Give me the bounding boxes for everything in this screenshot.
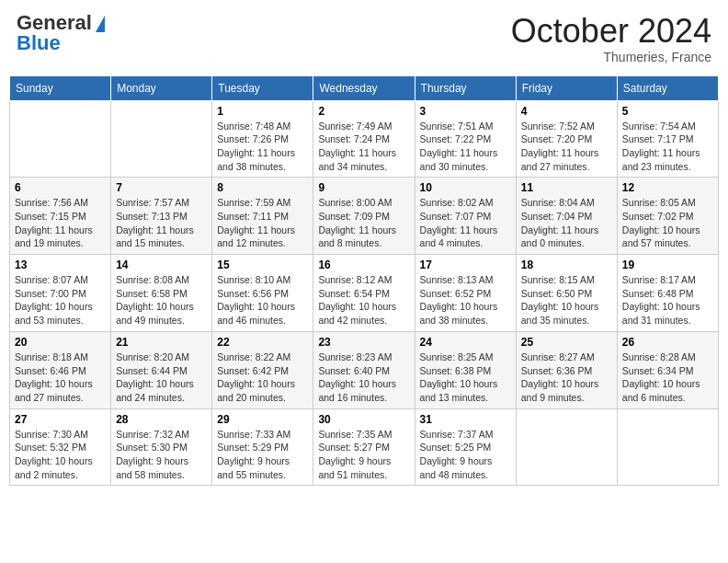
calendar-cell: 7Sunrise: 7:57 AMSunset: 7:13 PMDaylight…	[111, 178, 212, 255]
weekday-header-tuesday: Tuesday	[212, 75, 313, 100]
day-info: Sunrise: 8:08 AMSunset: 6:58 PMDaylight:…	[116, 273, 207, 327]
calendar-cell: 27Sunrise: 7:30 AMSunset: 5:32 PMDayligh…	[10, 408, 111, 486]
calendar-cell: 20Sunrise: 8:18 AMSunset: 6:46 PMDayligh…	[10, 331, 111, 408]
day-info: Sunrise: 8:22 AMSunset: 6:42 PMDaylight:…	[217, 350, 308, 405]
day-number: 19	[622, 259, 713, 271]
day-number: 17	[420, 259, 511, 271]
calendar-cell: 26Sunrise: 8:28 AMSunset: 6:34 PMDayligh…	[617, 331, 718, 408]
day-info: Sunrise: 7:54 AMSunset: 7:17 PMDaylight:…	[622, 120, 713, 174]
calendar-cell: 1Sunrise: 7:48 AMSunset: 7:26 PMDaylight…	[212, 100, 313, 178]
calendar-cell: 12Sunrise: 8:05 AMSunset: 7:02 PMDayligh…	[617, 178, 718, 255]
header: General Blue October 2024 Thumeries, Fra…	[9, 9, 719, 68]
day-number: 4	[521, 105, 612, 118]
day-number: 5	[622, 105, 713, 118]
day-info: Sunrise: 8:13 AMSunset: 6:52 PMDaylight:…	[420, 273, 511, 327]
day-number: 16	[318, 259, 409, 271]
calendar-cell: 24Sunrise: 8:25 AMSunset: 6:38 PMDayligh…	[415, 331, 516, 408]
calendar: SundayMondayTuesdayWednesdayThursdayFrid…	[9, 75, 719, 487]
day-number: 3	[420, 105, 511, 118]
day-number: 23	[318, 336, 409, 349]
calendar-cell: 25Sunrise: 8:27 AMSunset: 6:36 PMDayligh…	[516, 331, 617, 408]
day-info: Sunrise: 8:17 AMSunset: 6:48 PMDaylight:…	[622, 273, 713, 327]
day-number: 2	[318, 105, 409, 118]
weekday-header-saturday: Saturday	[617, 75, 718, 100]
calendar-cell	[516, 408, 617, 486]
calendar-cell: 16Sunrise: 8:12 AMSunset: 6:54 PMDayligh…	[313, 255, 415, 332]
day-number: 21	[116, 336, 207, 349]
title-area: October 2024 Thumeries, France	[511, 13, 711, 64]
day-info: Sunrise: 8:07 AMSunset: 7:00 PMDaylight:…	[15, 273, 106, 327]
logo-blue-text: Blue	[17, 33, 61, 53]
day-number: 10	[420, 181, 511, 194]
day-info: Sunrise: 8:27 AMSunset: 6:36 PMDaylight:…	[521, 350, 612, 405]
calendar-cell: 22Sunrise: 8:22 AMSunset: 6:42 PMDayligh…	[212, 331, 313, 408]
calendar-cell: 6Sunrise: 7:56 AMSunset: 7:15 PMDaylight…	[10, 178, 111, 255]
calendar-cell: 9Sunrise: 8:00 AMSunset: 7:09 PMDaylight…	[313, 178, 415, 255]
day-info: Sunrise: 8:04 AMSunset: 7:04 PMDaylight:…	[521, 196, 612, 250]
day-info: Sunrise: 8:12 AMSunset: 6:54 PMDaylight:…	[318, 273, 409, 327]
calendar-cell: 23Sunrise: 8:23 AMSunset: 6:40 PMDayligh…	[313, 331, 415, 408]
day-info: Sunrise: 8:28 AMSunset: 6:34 PMDaylight:…	[622, 350, 713, 405]
day-number: 26	[622, 336, 713, 349]
calendar-cell: 18Sunrise: 8:15 AMSunset: 6:50 PMDayligh…	[516, 255, 617, 332]
calendar-cell: 11Sunrise: 8:04 AMSunset: 7:04 PMDayligh…	[516, 178, 617, 255]
day-info: Sunrise: 7:32 AMSunset: 5:30 PMDaylight:…	[116, 428, 207, 482]
weekday-header-monday: Monday	[111, 75, 212, 100]
calendar-cell: 19Sunrise: 8:17 AMSunset: 6:48 PMDayligh…	[617, 255, 718, 332]
calendar-cell: 28Sunrise: 7:32 AMSunset: 5:30 PMDayligh…	[111, 408, 212, 486]
calendar-cell: 8Sunrise: 7:59 AMSunset: 7:11 PMDaylight…	[212, 178, 313, 255]
day-info: Sunrise: 7:51 AMSunset: 7:22 PMDaylight:…	[420, 120, 511, 174]
day-info: Sunrise: 7:48 AMSunset: 7:26 PMDaylight:…	[217, 120, 308, 174]
calendar-cell: 31Sunrise: 7:37 AMSunset: 5:25 PMDayligh…	[415, 408, 516, 486]
day-number: 15	[217, 259, 308, 271]
day-info: Sunrise: 7:56 AMSunset: 7:15 PMDaylight:…	[15, 196, 106, 250]
day-number: 6	[15, 181, 106, 194]
day-info: Sunrise: 8:05 AMSunset: 7:02 PMDaylight:…	[622, 196, 713, 250]
day-info: Sunrise: 8:02 AMSunset: 7:07 PMDaylight:…	[420, 196, 511, 250]
day-number: 12	[622, 181, 713, 194]
calendar-cell: 2Sunrise: 7:49 AMSunset: 7:24 PMDaylight…	[313, 100, 415, 178]
logo-general-text: General	[17, 13, 92, 33]
day-info: Sunrise: 7:30 AMSunset: 5:32 PMDaylight:…	[15, 428, 106, 482]
day-info: Sunrise: 7:59 AMSunset: 7:11 PMDaylight:…	[217, 196, 308, 250]
weekday-header-sunday: Sunday	[10, 75, 111, 100]
day-number: 1	[217, 105, 308, 118]
day-number: 25	[521, 336, 612, 349]
calendar-cell: 5Sunrise: 7:54 AMSunset: 7:17 PMDaylight…	[617, 100, 718, 178]
day-number: 20	[15, 336, 106, 349]
calendar-cell: 17Sunrise: 8:13 AMSunset: 6:52 PMDayligh…	[415, 255, 516, 332]
day-info: Sunrise: 7:52 AMSunset: 7:20 PMDaylight:…	[521, 120, 612, 174]
day-info: Sunrise: 7:57 AMSunset: 7:13 PMDaylight:…	[116, 196, 207, 250]
calendar-cell: 13Sunrise: 8:07 AMSunset: 7:00 PMDayligh…	[10, 255, 111, 332]
calendar-cell: 21Sunrise: 8:20 AMSunset: 6:44 PMDayligh…	[111, 331, 212, 408]
calendar-cell: 15Sunrise: 8:10 AMSunset: 6:56 PMDayligh…	[212, 255, 313, 332]
day-info: Sunrise: 8:23 AMSunset: 6:40 PMDaylight:…	[318, 350, 409, 405]
day-number: 14	[116, 259, 207, 271]
weekday-header-thursday: Thursday	[415, 75, 516, 100]
calendar-cell: 4Sunrise: 7:52 AMSunset: 7:20 PMDaylight…	[516, 100, 617, 178]
calendar-cell: 14Sunrise: 8:08 AMSunset: 6:58 PMDayligh…	[111, 255, 212, 332]
day-number: 9	[318, 181, 409, 194]
day-number: 13	[15, 259, 106, 271]
day-number: 7	[116, 181, 207, 194]
weekday-header-friday: Friday	[516, 75, 617, 100]
day-number: 27	[15, 413, 106, 426]
day-number: 28	[116, 413, 207, 426]
calendar-cell	[617, 408, 718, 486]
day-number: 22	[217, 336, 308, 349]
month-title: October 2024	[511, 13, 711, 50]
day-info: Sunrise: 8:18 AMSunset: 6:46 PMDaylight:…	[15, 350, 106, 405]
day-info: Sunrise: 8:15 AMSunset: 6:50 PMDaylight:…	[521, 273, 612, 327]
logo: General Blue	[17, 13, 105, 53]
day-number: 24	[420, 336, 511, 349]
day-info: Sunrise: 8:10 AMSunset: 6:56 PMDaylight:…	[217, 273, 308, 327]
calendar-cell: 30Sunrise: 7:35 AMSunset: 5:27 PMDayligh…	[313, 408, 415, 486]
day-info: Sunrise: 7:33 AMSunset: 5:29 PMDaylight:…	[217, 428, 308, 482]
day-info: Sunrise: 7:37 AMSunset: 5:25 PMDaylight:…	[420, 428, 511, 482]
day-info: Sunrise: 8:00 AMSunset: 7:09 PMDaylight:…	[318, 196, 409, 250]
logo-arrow-icon	[96, 16, 105, 32]
weekday-header-wednesday: Wednesday	[313, 75, 415, 100]
day-number: 29	[217, 413, 308, 426]
calendar-cell: 10Sunrise: 8:02 AMSunset: 7:07 PMDayligh…	[415, 178, 516, 255]
day-number: 11	[521, 181, 612, 194]
